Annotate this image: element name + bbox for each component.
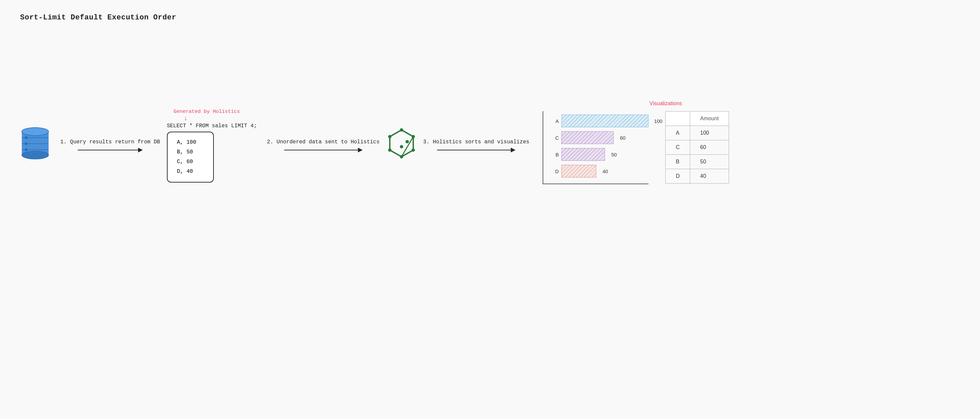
bar-C: 60	[562, 131, 614, 144]
table-cell-value-B: 50	[690, 155, 729, 169]
bar-B: 50	[562, 148, 605, 161]
bar-row-B: B 50	[553, 148, 649, 161]
table-row: A 100	[666, 126, 729, 140]
table-cell-label-B: B	[666, 155, 690, 169]
svg-point-11	[400, 128, 403, 132]
step2-label: 2. Unordered data sent to Holistics	[267, 139, 380, 145]
data-box: A, 100 B, 50 C, 60 D, 40	[167, 132, 214, 182]
visualization-section: Visualizations A 100 C	[542, 100, 729, 191]
data-row-1: A, 100	[177, 138, 204, 148]
table-cell-label-A: A	[666, 126, 690, 140]
table-row: C 60	[666, 140, 729, 155]
arrow-down-icon: ↓	[184, 114, 188, 122]
step3-label: 3. Holistics sorts and visualizes	[423, 139, 530, 145]
table-cell-value-A: 100	[690, 126, 729, 140]
table-cell-label-D: D	[666, 169, 690, 184]
svg-point-2	[22, 151, 49, 159]
holistics-logo-icon	[387, 128, 417, 163]
table-header-row	[666, 111, 690, 126]
table-cell-value-D: 40	[690, 169, 729, 184]
svg-point-19	[406, 140, 409, 143]
bar-label-D: D	[553, 168, 559, 174]
bar-row-A: A 100	[553, 114, 649, 127]
table-cell-label-C: C	[666, 140, 690, 155]
svg-point-15	[388, 148, 391, 152]
data-row-2: B, 50	[177, 148, 204, 157]
bar-value-C: 60	[620, 135, 626, 141]
data-table: Amount A 100 C 60 B	[665, 111, 729, 184]
sql-data-area: Generated by Holistics ↓ SELECT * FROM s…	[167, 109, 257, 182]
data-row-4: D, 40	[177, 167, 204, 176]
svg-point-9	[22, 128, 49, 136]
svg-point-6	[25, 136, 27, 139]
svg-point-13	[412, 148, 415, 152]
database-icon	[20, 125, 50, 167]
page-title: Sort-Limit Default Execution Order	[20, 13, 176, 22]
arrow-step3: 3. Holistics sorts and visualizes	[423, 139, 530, 152]
sql-query: SELECT * FROM sales LIMIT 4;	[167, 123, 257, 129]
generated-label: Generated by Holistics	[173, 109, 240, 114]
bar-value-A: 100	[654, 118, 662, 124]
table-cell-value-C: 60	[690, 140, 729, 155]
table-header-amount: Amount	[690, 111, 729, 126]
bar-value-B: 50	[611, 152, 617, 157]
svg-point-7	[25, 142, 27, 145]
arrow-step2: 2. Unordered data sent to Holistics	[267, 139, 380, 152]
bar-D: 40	[562, 165, 596, 178]
bar-chart: A 100 C 60 B 50	[542, 111, 649, 191]
step1-label: 1. Query results return from DB	[60, 139, 160, 145]
data-row-3: C, 60	[177, 157, 204, 167]
table-row: D 40	[666, 169, 729, 184]
bar-value-D: 40	[603, 168, 608, 174]
svg-point-18	[400, 145, 403, 148]
visualizations-title: Visualizations	[649, 100, 682, 106]
bar-label-B: B	[553, 152, 559, 157]
bar-label-A: A	[553, 118, 559, 124]
data-table-container: Amount A 100 C 60 B	[665, 111, 729, 184]
svg-point-16	[388, 135, 391, 138]
svg-point-8	[25, 148, 27, 151]
arrow-step1: 1. Query results return from DB	[60, 139, 160, 152]
bar-row-D: D 40	[553, 165, 649, 178]
table-row: B 50	[666, 155, 729, 169]
bar-label-C: C	[553, 135, 559, 141]
bar-A: 100	[562, 114, 649, 127]
bar-row-C: C 60	[553, 131, 649, 144]
